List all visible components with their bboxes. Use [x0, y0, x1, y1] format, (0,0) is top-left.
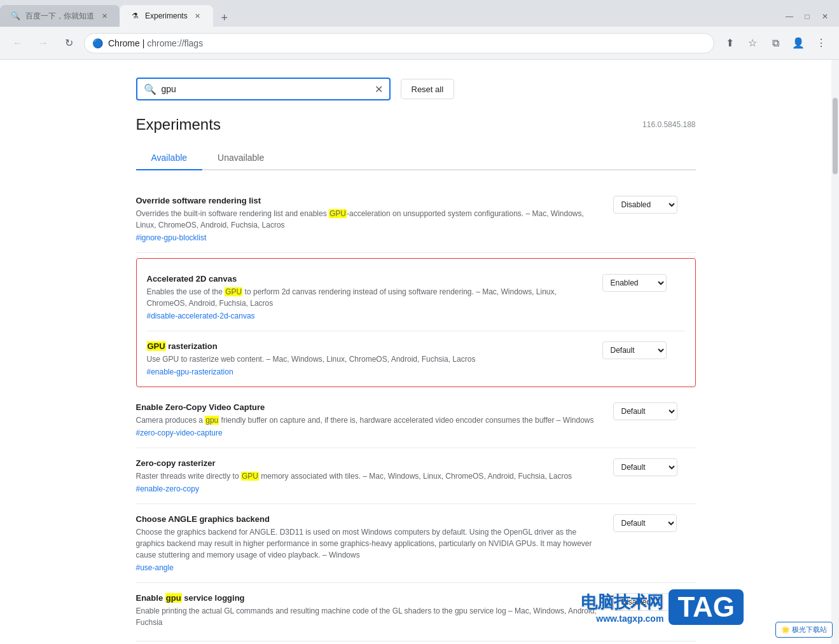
address-bar: ← → ↻ 🔵 Chrome | chrome://flags ⬆ ☆ ⧉ 👤 … — [0, 27, 839, 60]
flag-info-zero-copy-video: Enable Zero-Copy Video Capture Camera pr… — [136, 402, 598, 437]
highlight-gpu-7: gpu — [165, 593, 182, 603]
flag-name-override: Override software rendering list — [136, 196, 598, 205]
toolbar-actions: ⬆ ☆ ⧉ 👤 ⋮ — [719, 33, 831, 53]
flag-item-zero-copy-raster: Zero-copy rasterizer Raster threads writ… — [136, 448, 696, 504]
highlight-gpu-4: gpu — [205, 416, 219, 425]
highlighted-section: Accelerated 2D canvas Enables the use of… — [136, 258, 696, 387]
forward-button[interactable]: → — [33, 33, 53, 53]
flag-control-zero-copy-video: Default Disabled Enabled — [613, 402, 696, 420]
profile-button[interactable]: 👤 — [788, 33, 808, 53]
search-input[interactable] — [162, 84, 370, 94]
flag-name-rasterization: GPU rasterization — [147, 341, 587, 351]
tabs-row: Available Unavailable — [136, 146, 696, 170]
watermark: 电脑技术网 www.tagxp.com TAG — [581, 589, 744, 625]
flag-item-gpu-rasterization: GPU rasterization Use GPU to rasterize w… — [147, 331, 685, 381]
refresh-button[interactable]: ↻ — [59, 33, 79, 53]
url-domain: Chrome — [108, 38, 140, 48]
highlight-gpu-3: GPU — [147, 341, 166, 351]
security-icon: 🔵 — [92, 38, 103, 48]
watermark-site-name: 电脑技术网 — [581, 591, 663, 613]
flag-control-canvas: Default Disabled Enabled — [602, 274, 685, 292]
highlight-gpu-5: GPU — [241, 472, 259, 481]
search-box[interactable]: 🔍 ✕ — [136, 78, 391, 100]
search-icon: 🔍 — [144, 83, 156, 95]
tab-unavailable[interactable]: Unavailable — [202, 146, 279, 170]
download-logo: 🌟 极光下载站 — [775, 622, 833, 638]
flag-desc-angle: Choose the graphics backend for ANGLE. D… — [136, 526, 598, 561]
watermark-text-block: 电脑技术网 www.tagxp.com — [581, 591, 663, 624]
flag-select-canvas[interactable]: Default Disabled Enabled — [602, 274, 667, 292]
flag-desc-zero-copy-video: Camera produces a gpu friendly buffer on… — [136, 414, 598, 426]
add-tab-button[interactable]: + — [216, 9, 233, 27]
tab-favicon-experiments: ⚗ — [130, 11, 140, 21]
flag-link-override[interactable]: #ignore-gpu-blocklist — [136, 233, 598, 242]
flag-list: Override software rendering list Overrid… — [136, 186, 696, 641]
url-text: Chrome | chrome://flags — [108, 38, 706, 48]
flag-desc-rasterization: Use GPU to rasterize web content. – Mac,… — [147, 353, 587, 365]
scrollbar-thumb[interactable] — [833, 98, 838, 174]
flag-name-gpu-logging: Enable gpu service logging — [136, 593, 598, 603]
search-clear-icon[interactable]: ✕ — [375, 83, 383, 95]
flag-select-zero-copy-video[interactable]: Default Disabled Enabled — [613, 402, 677, 420]
tab-close-experiments[interactable]: ✕ — [193, 11, 203, 21]
flag-info-zero-copy-raster: Zero-copy rasterizer Raster threads writ… — [136, 458, 598, 493]
flag-link-zero-copy-video[interactable]: #zero-copy-video-capture — [136, 428, 598, 437]
flag-select-override[interactable]: Default Disabled Enabled — [613, 196, 677, 214]
close-button[interactable]: ✕ — [816, 9, 834, 24]
tab-title-baidu: 百度一下，你就知道 — [25, 11, 94, 22]
bookmark-button[interactable]: ☆ — [742, 33, 763, 53]
split-view-button[interactable]: ⧉ — [765, 33, 786, 53]
tab-close-baidu[interactable]: ✕ — [99, 11, 109, 21]
flag-control-rasterization: Default Disabled Enabled — [602, 341, 685, 359]
menu-button[interactable]: ⋮ — [811, 33, 831, 53]
flag-info-override: Override software rendering list Overrid… — [136, 196, 598, 242]
url-bar[interactable]: 🔵 Chrome | chrome://flags — [84, 33, 714, 53]
flag-desc-gpu-logging: Enable printing the actual GL commands a… — [136, 605, 598, 628]
search-bar-row: 🔍 ✕ Reset all — [136, 72, 696, 100]
tab-bar: 🔍 百度一下，你就知道 ✕ ⚗ Experiments ✕ + — □ ✕ — [0, 0, 839, 27]
flag-desc-zero-copy-raster: Raster threads write directly to GPU mem… — [136, 470, 598, 482]
tab-favicon-baidu: 🔍 — [10, 11, 20, 21]
flag-name-angle: Choose ANGLE graphics backend — [136, 514, 598, 524]
highlight-gpu-1: GPU — [329, 209, 347, 218]
experiments-page: 🔍 ✕ Reset all Experiments 116.0.5845.188… — [111, 60, 721, 644]
flag-item-accelerated-canvas: Accelerated 2D canvas Enables the use of… — [147, 264, 685, 331]
watermark-inner: 电脑技术网 www.tagxp.com TAG — [581, 589, 744, 625]
page-area[interactable]: 🔍 ✕ Reset all Experiments 116.0.5845.188… — [0, 60, 831, 644]
experiments-header: Experiments 116.0.5845.188 — [136, 116, 696, 134]
back-button[interactable]: ← — [8, 33, 28, 53]
flag-item-angle: Choose ANGLE graphics backend Choose the… — [136, 504, 696, 583]
flag-link-angle[interactable]: #use-angle — [136, 563, 598, 572]
flag-name-zero-copy-video: Enable Zero-Copy Video Capture — [136, 402, 598, 412]
flag-link-zero-copy-raster[interactable]: #enable-zero-copy — [136, 484, 598, 493]
tab-baidu[interactable]: 🔍 百度一下，你就知道 ✕ — [0, 5, 120, 27]
flag-control-override: Default Disabled Enabled — [613, 196, 696, 214]
flag-control-angle: Default D3D11 OpenGL D3D9 — [613, 514, 696, 532]
flag-select-rasterization[interactable]: Default Disabled Enabled — [602, 341, 667, 359]
flag-link-canvas[interactable]: #disable-accelerated-2d-canvas — [147, 312, 587, 320]
flag-desc-canvas: Enables the use of the GPU to perform 2d… — [147, 286, 587, 309]
scrollbar[interactable] — [831, 60, 839, 644]
flag-select-zero-copy-raster[interactable]: Default Disabled Enabled — [613, 458, 677, 476]
highlight-gpu-2: GPU — [225, 287, 242, 296]
minimize-button[interactable]: — — [780, 9, 798, 24]
flag-info-canvas: Accelerated 2D canvas Enables the use of… — [147, 274, 587, 320]
maximize-button[interactable]: □ — [798, 9, 816, 24]
watermark-tag: TAG — [669, 589, 744, 625]
flag-info-rasterization: GPU rasterization Use GPU to rasterize w… — [147, 341, 587, 376]
version-text: 116.0.5845.188 — [642, 120, 695, 129]
tab-available[interactable]: Available — [136, 146, 203, 170]
flag-select-angle[interactable]: Default D3D11 OpenGL D3D9 — [613, 514, 677, 532]
flag-info-gpu-logging: Enable gpu service logging Enable printi… — [136, 593, 598, 631]
reset-all-button[interactable]: Reset all — [401, 79, 455, 99]
flag-link-rasterization[interactable]: #enable-gpu-rasterization — [147, 367, 587, 376]
browser-frame: 🔍 百度一下，你就知道 ✕ ⚗ Experiments ✕ + — □ ✕ ← … — [0, 0, 839, 644]
url-path: chrome://flags — [147, 38, 203, 48]
tab-experiments[interactable]: ⚗ Experiments ✕ — [120, 5, 213, 27]
page-title: Experiments — [136, 116, 221, 134]
flag-info-angle: Choose ANGLE graphics backend Choose the… — [136, 514, 598, 572]
share-button[interactable]: ⬆ — [719, 33, 740, 53]
tab-title-experiments: Experiments — [145, 11, 188, 20]
flag-item-override-software: Override software rendering list Overrid… — [136, 186, 696, 253]
flag-name-zero-copy-raster: Zero-copy rasterizer — [136, 458, 598, 468]
